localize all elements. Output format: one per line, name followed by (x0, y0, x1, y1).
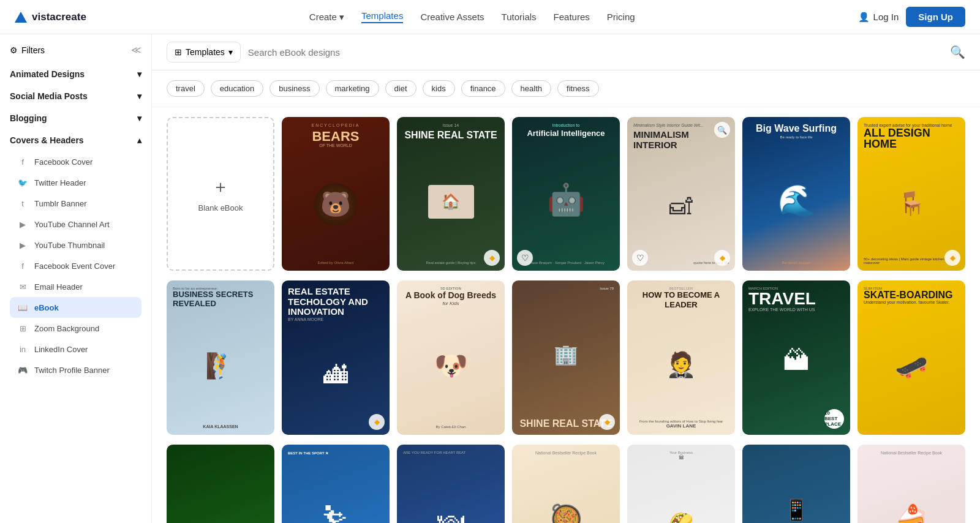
minimalism-card[interactable]: Minimalism Style Interior Guide Wit... M… (627, 117, 735, 271)
chevron-dropdown-icon: ▾ (228, 47, 233, 57)
search-zoom-button[interactable]: 🔍 (714, 122, 730, 138)
sidebar-item-email-header[interactable]: ✉ Email Header (10, 276, 141, 297)
section-covers-label: Covers & Headers (10, 135, 84, 145)
sidebar-item-linkedin-cover[interactable]: in LinkedIn Cover (10, 339, 141, 359)
section-title-social[interactable]: Social Media Posts ▾ (10, 85, 141, 107)
search-bar: ⊞ Templates ▾ 🔍 (152, 34, 980, 70)
design-home-card[interactable]: Trusted expert advise for your tradition… (858, 117, 965, 271)
section-blogging-label: Blogging (10, 113, 47, 123)
template-grid-row3: HIKING IN JUNGLE → ← BEST IN THE SPORT ★… (152, 445, 980, 523)
sidebar-item-zoom-background[interactable]: ⊞ Zoom Background (10, 318, 141, 339)
hiking-card[interactable]: HIKING IN JUNGLE → ← (167, 445, 274, 523)
shine-realstate-1-card[interactable]: Issue 14 SHINE REAL STATE 🏠 Real estate … (397, 117, 505, 271)
youtube-thumb-icon: ▶ (17, 239, 28, 250)
mexico-card[interactable]: Your Business 🏛 🌮 Mexico Travel Guide (627, 445, 735, 523)
email-icon: ✉ (17, 281, 28, 292)
sidebar-section-blogging: Blogging ▾ (0, 107, 151, 129)
sidebar: ⚙ Filters ≪ Animated Designs ▾ Social Me… (0, 34, 152, 523)
tumblr-icon: t (17, 198, 28, 209)
tag-health[interactable]: health (511, 80, 551, 97)
nav-create[interactable]: Create ▾ (309, 12, 344, 23)
logo[interactable]: vistacreate (15, 11, 86, 23)
realestate-social-card[interactable]: 📱 HOW TO DEVELOP REAL ESTATE BUSINESS VI… (742, 445, 850, 523)
nav-creative-assets[interactable]: Creative Assets (420, 12, 484, 22)
heartbeat-card[interactable]: ARE YOU READY FOR HEART BEAT 🍽 (397, 445, 505, 523)
tag-marketing[interactable]: marketing (326, 80, 379, 97)
ebook-icon: 📖 (17, 302, 28, 313)
shine-realstate-2-card[interactable]: Issue 78 🏢 SHINE REAL STATE ◆ (512, 280, 620, 434)
section-title-blogging[interactable]: Blogging ▾ (10, 107, 141, 129)
twitch-icon: 🎮 (17, 364, 28, 375)
search-submit-icon[interactable]: 🔍 (950, 45, 965, 59)
skate-card[interactable]: SLIM ITEM SKATE-BOARDING Understand your… (858, 280, 965, 434)
tag-diet[interactable]: diet (385, 80, 417, 97)
navigation: vistacreate Create ▾ Templates Creative … (0, 0, 980, 34)
sidebar-item-twitter-header[interactable]: 🐦 Twitter Header (10, 172, 141, 193)
sidebar-item-ebook[interactable]: 📖 eBook (10, 297, 141, 318)
search-input-wrap (248, 45, 943, 60)
nav-templates[interactable]: Templates (361, 10, 403, 23)
travel-card[interactable]: MARCH EDITION TRAVEL EXPLORE THE WORLD W… (742, 280, 850, 434)
leader-card[interactable]: BESTSELLER HOW TO BECOME A LEADER 🤵 From… (627, 280, 735, 434)
linkedin-icon: in (17, 344, 28, 355)
best-family-card[interactable]: National Bestseller Recipe Book 🍰 Best F… (858, 445, 965, 523)
main-content: ⊞ Templates ▾ 🔍 travel education busines… (152, 34, 980, 523)
realestate-tech-card[interactable]: REAL ESTATE TECHOLOGY AND INNOVATION BY … (282, 280, 390, 434)
nav-links: Create ▾ Templates Creative Assets Tutor… (106, 10, 839, 23)
sidebar-section-animated: Animated Designs ▾ (0, 63, 151, 85)
sidebar-item-youtube-thumbnail[interactable]: ▶ YouTube Thumbnail (10, 235, 141, 255)
sidebar-item-twitch-banner[interactable]: 🎮 Twitch Profile Banner (10, 359, 141, 380)
blank-ebook-card[interactable]: ＋ Blank eBook (167, 117, 274, 271)
nav-pricing[interactable]: Pricing (607, 12, 635, 22)
section-title-covers[interactable]: Covers & Headers ▴ (10, 129, 141, 151)
plus-icon: ＋ (212, 175, 229, 198)
section-title-animated[interactable]: Animated Designs ▾ (10, 63, 141, 85)
templates-dropdown[interactable]: ⊞ Templates ▾ (167, 42, 241, 62)
facebook-icon: f (17, 156, 28, 167)
chevron-down-icon: ▾ (137, 69, 141, 79)
sidebar-item-label: Twitter Header (34, 178, 86, 187)
skiing-card[interactable]: BEST IN THE SPORT ★ ⛷ SKIING ARE YOU REA… (282, 445, 390, 523)
nav-features[interactable]: Features (554, 12, 590, 22)
sidebar-item-label: Zoom Background (34, 324, 99, 333)
sidebar-item-tumblr-banner[interactable]: t Tumblr Banner (10, 193, 141, 214)
filters-button[interactable]: ⚙ Filters (10, 45, 45, 55)
login-button[interactable]: 👤 Log In (858, 12, 899, 23)
app-layout: ⚙ Filters ≪ Animated Designs ▾ Social Me… (0, 34, 980, 523)
nav-tutorials[interactable]: Tutorials (502, 12, 537, 22)
section-social-label: Social Media Posts (10, 91, 88, 101)
user-icon: 👤 (858, 12, 870, 23)
signup-button[interactable]: Sign Up (906, 7, 965, 27)
sidebar-item-label: YouTube Thumbnail (34, 241, 105, 250)
tag-fitness[interactable]: fitness (557, 80, 599, 97)
tag-business[interactable]: business (270, 80, 319, 97)
chevron-up-icon-covers: ▴ (137, 135, 141, 145)
tag-education[interactable]: education (211, 80, 263, 97)
tags-row: travel education business marketing diet… (152, 70, 980, 107)
twitter-icon: 🐦 (17, 177, 28, 188)
grid-icon: ⊞ (175, 47, 182, 57)
ai-card[interactable]: Introduction to Artificial Intelligence … (512, 117, 620, 271)
surfing-card[interactable]: Big Wave Surfing Be ready to face life 🌊… (742, 117, 850, 271)
logo-triangle-icon (15, 12, 27, 23)
sidebar-item-label: Email Header (34, 282, 83, 292)
zoom-icon: ⊞ (17, 323, 28, 334)
sidebar-item-label: Facebook Cover (34, 157, 92, 167)
collapse-sidebar-icon[interactable]: ≪ (131, 44, 141, 56)
diamond-button[interactable]: ◆ (599, 414, 615, 430)
search-input[interactable] (248, 45, 943, 60)
tag-travel[interactable]: travel (167, 80, 205, 97)
business-secrets-card[interactable]: Born to be an entrepreneur: BUSINESS SEC… (167, 280, 274, 434)
tag-finance[interactable]: finance (461, 80, 505, 97)
bears-card[interactable]: ENCYCLOPEDIA BEARS OF THE WORLD 🐻 Edited… (282, 117, 390, 271)
filters-icon: ⚙ (10, 45, 18, 55)
chevron-down-icon-blogging: ▾ (137, 113, 141, 123)
dog-book-card[interactable]: 5D EDITION A Book of Dog Breeds for Kids… (397, 280, 505, 434)
sidebar-item-facebook-event[interactable]: f Facebook Event Cover (10, 255, 141, 276)
sidebar-item-label: eBook (34, 303, 59, 312)
diamond-button[interactable]: ◆ (369, 414, 385, 430)
sidebar-item-facebook-cover[interactable]: f Facebook Cover (10, 151, 141, 172)
tag-kids[interactable]: kids (423, 80, 455, 97)
recipe-card[interactable]: National Bestseller Recipe Book 🥘 Best F… (512, 445, 620, 523)
sidebar-item-youtube-channel[interactable]: ▶ YouTube Channel Art (10, 214, 141, 235)
